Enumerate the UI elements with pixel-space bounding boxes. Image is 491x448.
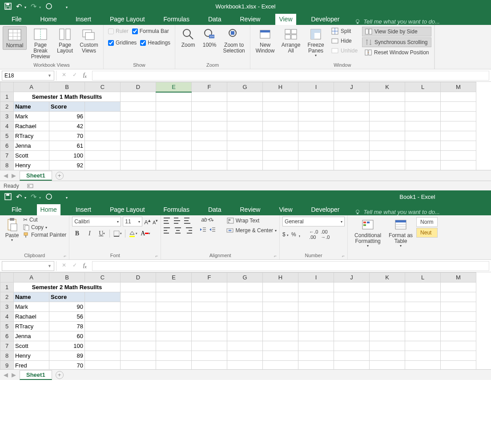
underline-button[interactable]: U▾ [97,229,107,238]
cell-I5[interactable] [298,322,334,331]
cell-E2[interactable] [156,292,192,302]
cell-H6[interactable] [263,141,298,151]
column-header-E[interactable]: E [156,82,192,92]
cell-C5[interactable] [85,322,121,331]
cell-F7[interactable] [192,151,227,161]
cell-H2[interactable] [263,292,298,302]
bold-button[interactable]: B [72,229,82,238]
cell-I3[interactable] [298,112,334,121]
cell-D3[interactable] [121,302,156,312]
formula-input[interactable] [92,71,489,81]
cell-L3[interactable] [405,302,441,312]
wrap-text-button[interactable]: abcWrap Text [227,217,260,225]
cell-L2[interactable] [405,102,441,112]
cell-I2[interactable] [298,292,334,302]
row-header-7[interactable]: 7 [0,341,14,351]
cell-J3[interactable] [334,302,370,312]
cell-M3[interactable] [441,112,476,121]
qat-customize-icon[interactable]: ▾ [66,196,68,200]
cell-G1[interactable] [227,92,263,102]
cell-F7[interactable] [192,341,227,351]
cell-H6[interactable] [263,331,298,341]
row-header-6[interactable]: 6 [0,141,14,151]
conditional-formatting-button[interactable]: Conditional Formatting▾ [350,217,385,249]
cell-K5[interactable] [370,322,405,331]
paste-button[interactable]: Paste▾ [3,217,21,243]
tab-file[interactable]: File [8,14,25,25]
cell-M5[interactable] [441,131,476,141]
cell-L4[interactable] [405,121,441,131]
cell-H4[interactable] [263,121,298,131]
cell-E7[interactable] [156,341,192,351]
fill-color-button[interactable]: ▾ [128,229,138,238]
cell-I8[interactable] [298,161,334,170]
increase-decimal-button[interactable]: ←.0.00 [309,229,318,240]
row-header-5[interactable]: 5 [0,322,14,331]
cell-F2[interactable] [192,102,227,112]
column-header-A[interactable]: A [14,82,49,92]
cell-M2[interactable] [441,102,476,112]
tab-home[interactable]: Home [37,14,60,25]
cell-D2[interactable] [121,102,156,112]
cell-E7[interactable] [156,151,192,161]
tab-view[interactable]: View [275,204,296,215]
align-bottom-icon[interactable] [184,217,192,225]
cell-K3[interactable] [370,112,405,121]
increase-indent-icon[interactable] [209,226,216,234]
split-button[interactable]: Split [329,27,360,36]
cell-A2[interactable]: Name [14,292,49,302]
headings-checkbox[interactable]: Headings [140,40,170,46]
column-header-C[interactable]: C [85,273,121,283]
cell-A4[interactable]: Rachael [14,121,49,131]
borders-button[interactable]: ▾ [113,229,122,238]
column-header-A[interactable]: A [14,273,49,283]
custom-views-button[interactable]: Custom Views [77,26,101,55]
format-painter-button[interactable]: Format Painter [23,232,66,238]
cell-B2[interactable]: Score [49,292,85,302]
cell-F8[interactable] [192,351,227,361]
column-header-F[interactable]: F [192,273,227,283]
cell-H1[interactable] [263,283,298,292]
cell-L5[interactable] [405,322,441,331]
touch-mode-icon[interactable] [45,193,52,200]
cell-J7[interactable] [334,151,370,161]
cell-C6[interactable] [85,141,121,151]
cell-L6[interactable] [405,331,441,341]
cell-I7[interactable] [298,341,334,351]
row-header-1[interactable]: 1 [0,92,14,102]
cell-K8[interactable] [370,161,405,170]
fx-icon[interactable]: fx [83,72,87,79]
cell-I4[interactable] [298,121,334,131]
cell-L8[interactable] [405,351,441,361]
sheet-nav-next-icon[interactable]: ▶ [12,371,16,378]
align-top-icon[interactable] [164,217,172,225]
cell-A4[interactable]: Rachael [14,312,49,322]
column-header-I[interactable]: I [298,82,334,92]
font-size-select[interactable]: 11▾ [123,217,142,226]
row-header-5[interactable]: 5 [0,131,14,141]
cell-B8[interactable]: 92 [49,161,85,170]
cell-G7[interactable] [227,341,263,351]
orientation-button[interactable]: ab⟲▾ [201,217,213,225]
cell-E5[interactable] [156,131,192,141]
cell-K4[interactable] [370,121,405,131]
cell-L7[interactable] [405,341,441,351]
cell-L9[interactable] [405,361,441,370]
cell-I6[interactable] [298,331,334,341]
sheet-nav-prev-icon[interactable]: ◀ [4,371,8,378]
row-header-3[interactable]: 3 [0,302,14,312]
cell-K7[interactable] [370,341,405,351]
cell-K9[interactable] [370,361,405,370]
name-box[interactable]: ▼ [2,261,54,271]
cell-G9[interactable] [227,361,263,370]
row-header-2[interactable]: 2 [0,102,14,112]
freeze-panes-button[interactable]: Freeze Panes▾ [305,26,327,59]
cell-L6[interactable] [405,141,441,151]
cell-C8[interactable] [85,351,121,361]
tab-developer[interactable]: Developer [308,14,343,25]
cell-J3[interactable] [334,112,370,121]
tab-page-layout[interactable]: Page Layout [106,14,149,25]
cell-M3[interactable] [441,302,476,312]
zoom-button[interactable]: Zoom [178,26,198,49]
column-header-C[interactable]: C [85,82,121,92]
